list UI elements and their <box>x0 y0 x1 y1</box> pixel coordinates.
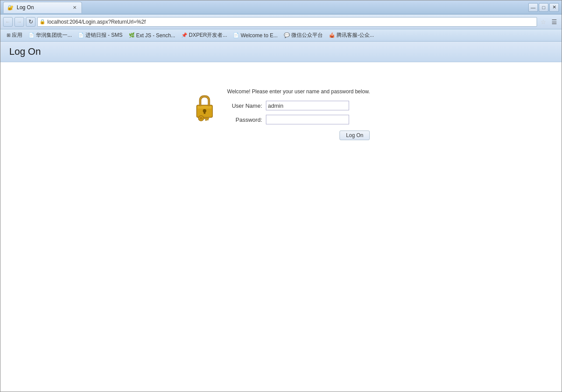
weixin-label: 微信公众平台 <box>291 32 323 39</box>
page-header: Log On <box>0 42 562 62</box>
svg-rect-8 <box>205 119 207 121</box>
bookmark-dxper[interactable]: 📌 DXPER开发者... <box>179 31 230 40</box>
page-body: Welcome! Please enter your user name and… <box>0 62 562 392</box>
login-form: Welcome! Please enter your user name and… <box>227 88 370 140</box>
login-container: Welcome! Please enter your user name and… <box>192 88 370 140</box>
minimize-button[interactable]: — <box>528 3 538 12</box>
bookmark-apps[interactable]: ⊞ 应用 <box>4 31 25 40</box>
password-input[interactable] <box>266 115 349 124</box>
browser-menu-button[interactable]: ☰ <box>550 18 559 25</box>
tab-favicon: 🔐 <box>7 4 14 11</box>
apps-icon: ⊞ <box>7 32 11 38</box>
weixin-icon: 💬 <box>284 32 290 38</box>
forward-button[interactable]: → <box>14 17 24 27</box>
close-button[interactable]: ✕ <box>549 3 559 12</box>
browser-window: 🔐 Log On ✕ — □ ✕ ← → ↻ 🔒 localhost:2064/… <box>0 0 562 392</box>
lock-icon-area <box>192 88 219 121</box>
extjs-icon: 🌿 <box>129 32 135 38</box>
password-label: Password: <box>227 117 262 123</box>
huarun-icon: 📄 <box>28 32 35 38</box>
welcome-label: Welcome to E... <box>240 32 277 39</box>
jinxiao-icon: 📄 <box>78 32 84 38</box>
url-text: localhost:2064/Login.aspx?ReturnUrl=%2f <box>47 19 145 25</box>
bookmark-huarun[interactable]: 📄 华润集团统一... <box>26 31 74 40</box>
address-bar[interactable]: 🔒 localhost:2064/Login.aspx?ReturnUrl=%2… <box>37 17 537 27</box>
page-title: Log On <box>9 46 553 57</box>
welcome-icon: 📄 <box>233 32 239 38</box>
username-input[interactable] <box>266 101 349 110</box>
welcome-text: Welcome! Please enter your user name and… <box>227 88 370 95</box>
bookmark-jinxiao[interactable]: 📄 进销日报 - SMS <box>75 31 125 40</box>
extjs-label: Ext JS - Sench... <box>136 32 175 39</box>
tab-close-button[interactable]: ✕ <box>71 4 78 11</box>
bookmark-weixin[interactable]: 💬 微信公众平台 <box>281 31 325 40</box>
bookmark-extjs[interactable]: 🌿 Ext JS - Sench... <box>126 32 178 39</box>
dxper-label: DXPER开发者... <box>189 32 227 39</box>
address-bar-row: ← → ↻ 🔒 localhost:2064/Login.aspx?Return… <box>0 14 562 29</box>
bookmarks-bar: ⊞ 应用 📄 华润集团统一... 📄 进销日报 - SMS 🌿 Ext JS -… <box>0 29 562 42</box>
jinxiao-label: 进销日报 - SMS <box>85 32 123 39</box>
username-label: User Name: <box>227 102 262 109</box>
logon-button[interactable]: Log On <box>339 131 370 140</box>
svg-point-5 <box>200 117 202 120</box>
page-area: Log On <box>0 42 562 392</box>
svg-rect-1 <box>198 106 212 109</box>
tengxun-icon: 🎪 <box>329 32 335 38</box>
svg-rect-7 <box>207 119 209 120</box>
button-row: Log On <box>227 129 370 140</box>
tengxun-label: 腾讯客服-公众... <box>336 32 374 39</box>
back-button[interactable]: ← <box>3 17 13 27</box>
password-row: Password: <box>227 115 370 124</box>
tab-title: Log On <box>16 4 70 11</box>
dxper-icon: 📌 <box>181 32 187 38</box>
refresh-button[interactable]: ↻ <box>26 17 35 27</box>
bookmark-welcome[interactable]: 📄 Welcome to E... <box>230 32 280 39</box>
title-bar: 🔐 Log On ✕ — □ ✕ <box>0 0 562 14</box>
username-row: User Name: <box>227 101 370 110</box>
window-controls: — □ ✕ <box>528 3 559 12</box>
bookmark-star-button[interactable]: ☆ <box>539 18 548 25</box>
huarun-label: 华润集团统一... <box>36 32 72 39</box>
svg-rect-3 <box>204 111 205 114</box>
bookmark-tengxun[interactable]: 🎪 腾讯客服-公众... <box>326 31 377 40</box>
maximize-button[interactable]: □ <box>539 3 548 12</box>
lock-icon <box>193 93 217 121</box>
browser-tab[interactable]: 🔐 Log On ✕ <box>3 2 82 13</box>
apps-label: 应用 <box>12 32 22 39</box>
address-lock-icon: 🔒 <box>39 19 46 25</box>
